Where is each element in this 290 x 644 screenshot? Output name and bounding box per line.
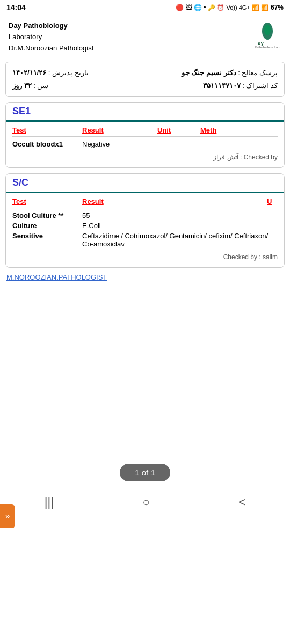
status-time: 14:04 — [6, 3, 26, 12]
sc-body: Test Result U Stool Culture ** 55 Cultur… — [6, 193, 284, 267]
status-icons: 🔴 🖼 🌐 • 🔑 ⏰ Vo)) 4G+ 📶 📶 67% — [176, 4, 284, 11]
notification-icons: 🔴 🖼 🌐 • — [176, 4, 206, 11]
sc-header: S/C — [6, 174, 284, 193]
sc-r0-test: Stool Culture ** — [12, 211, 82, 219]
lab-name: Day Pathobiology — [9, 20, 93, 32]
sc-r0-result: 55 — [82, 211, 278, 219]
connectivity-icons: 🔑 ⏰ Vo)) 4G+ 📶 📶 — [208, 4, 269, 11]
se1-col-test: Test — [12, 126, 82, 134]
back-icon[interactable]: < — [238, 495, 245, 509]
page-pill: 1 of 1 — [120, 464, 170, 481]
page-indicator: 1 of 1 — [0, 464, 290, 481]
sc-r2-result: Ceftazidime / Cotrimoxazol/ Gentamicin/ … — [82, 232, 278, 248]
sc-r1-result: E.Coli — [82, 222, 278, 230]
status-bar: 14:04 🔴 🖼 🌐 • 🔑 ⏰ Vo)) 4G+ 📶 📶 67% — [0, 0, 290, 15]
se1-row-0: Occult bloodx1 Negative — [12, 140, 278, 148]
patient-info-row1: پزشک معالج : دکتر نسیم جنگ جو تاریخ پذیر… — [12, 67, 278, 79]
sc-r1-test: Culture — [12, 222, 82, 230]
sc-r2-test: Sensitive — [12, 232, 82, 240]
date-label: تاریخ پذیرش : — [46, 69, 88, 77]
se1-r0-test: Occult bloodx1 — [12, 140, 82, 148]
patient-info-box: پزشک معالج : دکتر نسیم جنگ جو تاریخ پذیر… — [5, 62, 285, 97]
sc-checked-by: Checked by : salim — [12, 253, 278, 261]
empty-content-area — [0, 287, 290, 458]
doctor-value: دکتر نسیم جنگ جو — [182, 69, 236, 77]
lab-info: Day Pathobiology Laboratory Dr.M.Noroozi… — [9, 20, 93, 54]
age-value: ۳۲ روز — [12, 82, 32, 90]
lab-logo: ay Pathobiology Lab — [253, 20, 281, 48]
code-value: ۳۵۱۱۱۴۷۱۰۷ — [203, 82, 241, 90]
patient-age-label-value: سن : ۳۲ روز — [12, 79, 48, 92]
chevron-right-icon: » — [5, 511, 10, 521]
patient-doctor-label-value: پزشک معالج : دکتر نسیم جنگ جو — [182, 67, 278, 79]
sc-title: S/C — [12, 177, 28, 188]
section-sc: S/C Test Result U Stool Culture ** 55 Cu… — [5, 173, 285, 268]
expand-button[interactable]: » — [0, 504, 15, 528]
doctor-label: پزشک معالج : — [236, 69, 278, 77]
patient-date-label-value: تاریخ پذیرش : ۱۴۰۲/۱۱/۲۶ — [12, 67, 89, 79]
age-label: سن : — [32, 82, 49, 90]
sc-row-2: Sensitive Ceftazidime / Cotrimoxazol/ Ge… — [12, 232, 278, 248]
pathologist-link[interactable]: M.NOROOZIAN.PATHOLOGIST — [6, 273, 284, 281]
battery-indicator: 67% — [271, 4, 284, 11]
sc-col-test: Test — [12, 197, 82, 206]
se1-title: SE1 — [12, 106, 31, 116]
lab-header: Day Pathobiology Laboratory Dr.M.Noroozi… — [0, 15, 290, 58]
sc-row-0: Stool Culture ** 55 — [12, 211, 278, 219]
svg-text:Pathobiology Lab: Pathobiology Lab — [255, 46, 280, 48]
patient-code-label-value: کد اشتراک : ۳۵۱۱۱۴۷۱۰۷ — [203, 79, 278, 92]
se1-body: Test Result Unit Meth Occult bloodx1 Neg… — [6, 122, 284, 167]
nav-bar: ||| ○ < — [0, 490, 290, 517]
header-divider — [5, 58, 285, 58]
date-value: ۱۴۰۲/۱۱/۲۶ — [12, 69, 46, 77]
sc-table-header: Test Result U — [12, 197, 278, 208]
menu-icon[interactable]: ||| — [45, 495, 54, 509]
code-label: کد اشتراک : — [241, 82, 278, 90]
se1-r0-result: Negative — [82, 140, 157, 148]
sc-col-unit: U — [267, 197, 278, 206]
se1-col-method: Meth — [200, 126, 278, 134]
logo-svg: ay Pathobiology Lab — [253, 20, 281, 48]
se1-col-result: Result — [82, 126, 157, 134]
se1-header: SE1 — [6, 103, 284, 122]
se1-table-header: Test Result Unit Meth — [12, 126, 278, 137]
svg-point-1 — [264, 25, 271, 35]
se1-checked-by: Checked by : آتش فراز — [12, 153, 278, 161]
section-se1: SE1 Test Result Unit Meth Occult bloodx1… — [5, 102, 285, 168]
lab-line3: Dr.M.Noroozian Pathologist — [9, 43, 93, 54]
sc-row-1: Culture E.Coli — [12, 222, 278, 230]
patient-info-row2: کد اشتراک : ۳۵۱۱۱۴۷۱۰۷ سن : ۳۲ روز — [12, 79, 278, 92]
lab-line2: Laboratory — [9, 32, 93, 43]
sc-col-result: Result — [82, 197, 267, 206]
se1-col-unit: Unit — [157, 126, 200, 134]
home-icon[interactable]: ○ — [143, 495, 150, 509]
